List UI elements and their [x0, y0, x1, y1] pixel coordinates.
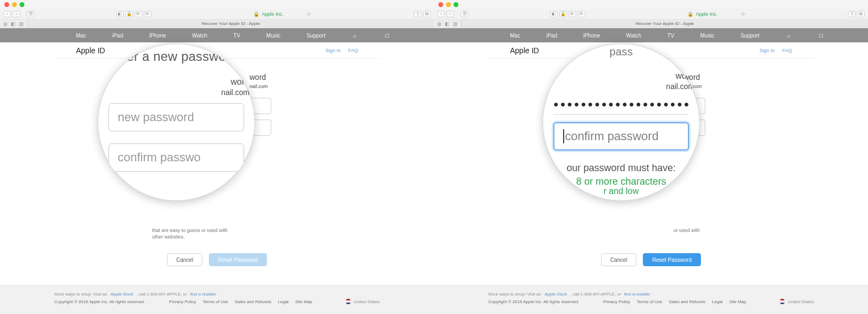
- country-label: United States: [788, 299, 814, 304]
- gnav-iphone[interactable]: iPhone: [149, 33, 166, 39]
- tab-active[interactable]: Recover Your Apple ID - Apple: [461, 20, 868, 28]
- signin-link[interactable]: Sign In: [760, 48, 775, 53]
- footer-link[interactable]: Legal: [712, 299, 723, 304]
- bag-icon[interactable]: ☖: [818, 32, 825, 39]
- pinned-tab-icon[interactable]: ◧: [445, 21, 450, 27]
- footer-link[interactable]: Terms of Use: [637, 299, 662, 304]
- sidebar-button[interactable]: ☰: [461, 11, 468, 17]
- country-selector[interactable]: United States: [346, 299, 380, 304]
- footer-link[interactable]: Site Map: [295, 299, 312, 304]
- mag-confirm-password-field[interactable]: confirm password: [553, 122, 689, 150]
- lock-icon: 🔒: [687, 11, 693, 17]
- gnav-watch[interactable]: Watch: [626, 33, 641, 39]
- form-heading-fragment: word: [250, 73, 266, 81]
- faq-link[interactable]: FAQ: [782, 48, 792, 53]
- mag-heading-fragment: pass: [609, 46, 633, 58]
- reset-password-button[interactable]: Reset Password: [209, 253, 267, 266]
- browser-toolbar: ‹ › ☰ ◐ 🔒 ⟳ ⟳ 🔒 Apple Inc. ⟳ ⇪ ⧉: [434, 9, 868, 20]
- page-brand: Apple ID: [76, 46, 105, 55]
- footer-link[interactable]: Sales and Refunds: [235, 299, 272, 304]
- gnav-mac[interactable]: Mac: [76, 33, 86, 39]
- privacy-button[interactable]: 🔒: [559, 11, 567, 17]
- reload-button[interactable]: ⟳: [135, 11, 142, 17]
- minimize-window-button[interactable]: [446, 2, 451, 7]
- footer-link[interactable]: Site Map: [729, 299, 746, 304]
- address-bar[interactable]: 🔒 Apple Inc. ⟳: [154, 11, 412, 17]
- copyright-text: Copyright © 2016 Apple Inc. All rights r…: [54, 299, 145, 304]
- close-window-button[interactable]: [438, 2, 443, 7]
- tab-active[interactable]: Recover Your Apple ID - Apple: [27, 20, 434, 28]
- search-icon[interactable]: ⌕: [786, 32, 792, 39]
- mag-new-password-field[interactable]: new password: [108, 103, 244, 131]
- pinned-tabs: ◍ ◧ ▥: [434, 20, 461, 28]
- reader-button[interactable]: ◐: [116, 11, 124, 17]
- gnav-support[interactable]: Support: [307, 33, 326, 39]
- gnav-music[interactable]: Music: [700, 33, 714, 39]
- apple-store-link[interactable]: Apple Store: [545, 291, 567, 298]
- footer-link[interactable]: Sales and Refunds: [669, 299, 706, 304]
- reload-icon[interactable]: ⟳: [307, 11, 311, 17]
- gnav-watch[interactable]: Watch: [192, 33, 207, 39]
- cancel-button[interactable]: Cancel: [167, 253, 202, 266]
- signin-link[interactable]: Sign In: [326, 48, 341, 53]
- forward-button[interactable]: ›: [12, 11, 20, 17]
- tabs-button[interactable]: ⧉: [857, 11, 865, 17]
- apple-logo-icon[interactable]: [43, 32, 50, 39]
- footer-link[interactable]: Privacy Policy: [603, 299, 630, 304]
- country-selector[interactable]: United States: [780, 299, 814, 304]
- window-titlebar: [0, 0, 434, 9]
- pinned-tab-icon[interactable]: ◧: [11, 21, 16, 27]
- footer-link[interactable]: Legal: [278, 299, 289, 304]
- find-reseller-link[interactable]: find a reseller: [190, 291, 216, 298]
- apple-store-link[interactable]: Apple Store: [111, 291, 133, 298]
- gnav-music[interactable]: Music: [266, 33, 280, 39]
- cancel-button[interactable]: Cancel: [601, 253, 636, 266]
- browser-toolbar: ‹ › ☰ ◐ 🔒 ⟳ ⟳ 🔒 Apple Inc. ⟳ ⇪ ⧉: [0, 9, 434, 20]
- lock-icon: 🔒: [253, 11, 259, 17]
- minimize-window-button[interactable]: [12, 2, 17, 7]
- gnav-mac[interactable]: Mac: [510, 33, 520, 39]
- password-rule-ok: 8 or more characters: [576, 176, 666, 187]
- back-button[interactable]: ‹: [3, 11, 11, 17]
- gnav-support[interactable]: Support: [741, 33, 760, 39]
- gnav-tv[interactable]: TV: [233, 33, 240, 39]
- bag-icon[interactable]: ☖: [384, 32, 391, 39]
- zoom-window-button[interactable]: [454, 2, 458, 7]
- pinned-tab-icon[interactable]: ◍: [3, 21, 8, 27]
- find-reseller-link[interactable]: find a reseller: [624, 291, 650, 298]
- sidebar-button[interactable]: ☰: [27, 11, 34, 17]
- search-icon[interactable]: ⌕: [352, 32, 358, 39]
- pinned-tab-icon[interactable]: ▥: [453, 21, 458, 27]
- reload-button[interactable]: ⟳: [569, 11, 576, 17]
- close-window-button[interactable]: [4, 2, 9, 7]
- page-brand: Apple ID: [510, 46, 539, 55]
- pinned-tab-icon[interactable]: ◍: [437, 21, 442, 27]
- magnifier-overlay: er a new passwo word nail.com new passwo…: [98, 43, 255, 201]
- reader-button[interactable]: ◐: [550, 11, 558, 17]
- zoom-window-button[interactable]: [20, 2, 24, 7]
- share-button[interactable]: ⇪: [414, 11, 422, 17]
- helper-text: other websites.: [152, 234, 271, 240]
- footer-link[interactable]: Privacy Policy: [169, 299, 196, 304]
- reset-password-button[interactable]: Reset Password: [643, 253, 701, 266]
- mag-confirm-password-field[interactable]: confirm passwo: [108, 143, 244, 172]
- share-button[interactable]: ⇪: [848, 11, 856, 17]
- gnav-ipad[interactable]: iPad: [112, 33, 123, 39]
- footer-link[interactable]: Terms of Use: [203, 299, 228, 304]
- reload2-button[interactable]: ⟳: [578, 11, 585, 17]
- tabs-button[interactable]: ⧉: [423, 11, 431, 17]
- privacy-button[interactable]: 🔒: [125, 11, 133, 17]
- faq-link[interactable]: FAQ: [348, 48, 358, 53]
- mag-new-password-filled[interactable]: ●●●●●●●●●●●●●●●●●●●●: [553, 94, 689, 115]
- gnav-ipad[interactable]: iPad: [546, 33, 557, 39]
- address-bar[interactable]: 🔒 Apple Inc. ⟳: [588, 11, 846, 17]
- forward-button[interactable]: ›: [446, 11, 454, 17]
- gnav-iphone[interactable]: iPhone: [583, 33, 600, 39]
- gnav-tv[interactable]: TV: [667, 33, 674, 39]
- apple-logo-icon[interactable]: [477, 32, 484, 39]
- reload-icon[interactable]: ⟳: [741, 11, 745, 17]
- back-button[interactable]: ‹: [437, 11, 445, 17]
- pinned-tab-icon[interactable]: ▥: [19, 21, 24, 27]
- placeholder-text: new password: [118, 110, 194, 124]
- reload2-button[interactable]: ⟳: [144, 11, 151, 17]
